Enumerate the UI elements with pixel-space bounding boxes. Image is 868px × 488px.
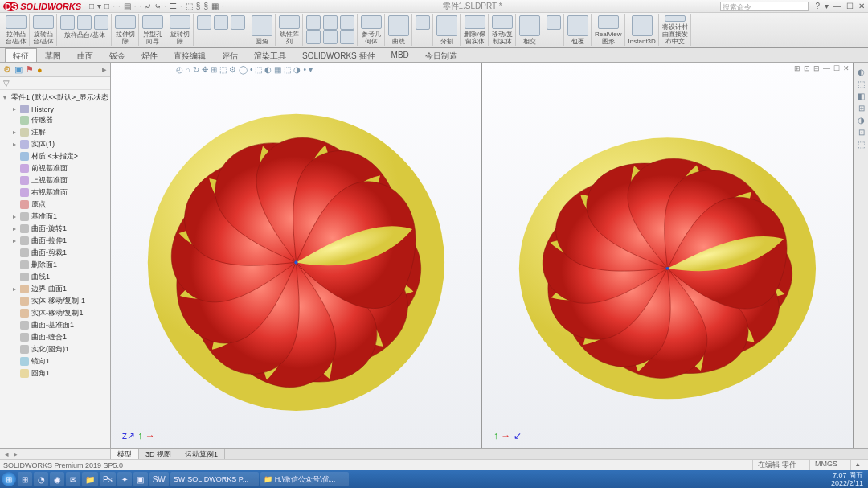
taskbar-pinned-0[interactable]: ⊞ bbox=[18, 472, 32, 486]
bottom-tab-模型[interactable]: 模型 bbox=[111, 449, 139, 459]
tree-twisty-icon[interactable]: ▸ bbox=[11, 129, 18, 136]
tree-item-20[interactable]: 实化(圆角)1 bbox=[0, 343, 110, 355]
side-tool-3-icon[interactable]: ⊞ bbox=[858, 104, 865, 113]
ribbon-small-button-2-0[interactable] bbox=[60, 15, 75, 30]
tree-item-14[interactable]: 曲线1 bbox=[0, 271, 110, 283]
taskbar-pinned-3[interactable]: ✉ bbox=[66, 472, 80, 486]
tree-item-4[interactable]: 材质 <未指定> bbox=[0, 150, 110, 162]
tree-item-2[interactable]: ▸注解 bbox=[0, 126, 110, 138]
ribbon-small-button-6-1[interactable] bbox=[214, 15, 228, 30]
ribbon-button-10[interactable] bbox=[361, 15, 382, 29]
taskbar-pinned-7[interactable]: ▣ bbox=[133, 472, 148, 486]
view-tool-3-icon[interactable]: ✥ bbox=[202, 65, 208, 74]
ribbon-button-3[interactable] bbox=[115, 15, 136, 29]
ribbon-button-21[interactable] bbox=[665, 15, 686, 22]
prev-tab-icon[interactable]: ◂ bbox=[5, 450, 9, 458]
tab-今日制造[interactable]: 今日制造 bbox=[417, 48, 465, 62]
tab-特征[interactable]: 特征 bbox=[5, 48, 37, 62]
vp-window-btn-0[interactable]: ⊞ bbox=[794, 64, 800, 72]
qat-button-4[interactable]: · bbox=[118, 2, 121, 10]
qat-button-0[interactable]: □ bbox=[89, 2, 94, 10]
tree-item-12[interactable]: 曲面-剪裁1 bbox=[0, 247, 110, 259]
tab-SOLIDWORKS 插件[interactable]: SOLIDWORKS 插件 bbox=[294, 48, 383, 62]
tab-直接编辑[interactable]: 直接编辑 bbox=[166, 48, 214, 62]
ribbon-button-7[interactable] bbox=[252, 15, 272, 36]
view-tool-10-icon[interactable]: ◐ bbox=[264, 65, 272, 74]
taskbar-pinned-1[interactable]: ◔ bbox=[34, 472, 48, 486]
tree-item-8[interactable]: 原点 bbox=[0, 199, 110, 211]
view-tool-14-icon[interactable]: • bbox=[303, 65, 306, 74]
tab-曲面[interactable]: 曲面 bbox=[69, 48, 101, 62]
side-tool-2-icon[interactable]: ◧ bbox=[858, 92, 865, 100]
status-units[interactable]: MMGS bbox=[809, 460, 842, 470]
ribbon-small-button-b-9-1[interactable] bbox=[323, 30, 338, 44]
tree-tab-config-icon[interactable]: ▣ bbox=[14, 64, 23, 75]
ribbon-button-1[interactable] bbox=[33, 15, 54, 29]
qat-button-9[interactable]: ⤿ bbox=[154, 2, 161, 10]
taskbar-pinned-6[interactable]: ✦ bbox=[117, 472, 132, 486]
ribbon-small-button-b-9-0[interactable] bbox=[306, 30, 321, 44]
bottom-tab-运动算例1[interactable]: 运动算例1 bbox=[178, 449, 225, 459]
tree-item-22[interactable]: 圆角1 bbox=[0, 367, 110, 379]
tab-草图[interactable]: 草图 bbox=[37, 48, 69, 62]
qat-button-5[interactable]: ▤ bbox=[124, 2, 131, 10]
side-tool-4-icon[interactable]: ◑ bbox=[858, 116, 865, 125]
ribbon-button-16[interactable] bbox=[519, 15, 540, 36]
view-tool-8-icon[interactable]: • bbox=[250, 65, 253, 74]
ribbon-button-0[interactable] bbox=[6, 15, 27, 29]
help-icon[interactable]: ? bbox=[815, 2, 820, 10]
tree-item-9[interactable]: ▸基准面1 bbox=[0, 211, 110, 223]
funnel-icon[interactable]: ▽ bbox=[3, 79, 10, 88]
tree-item-21[interactable]: 镜向1 bbox=[0, 355, 110, 367]
tree-item-19[interactable]: 曲面-缝合1 bbox=[0, 331, 110, 343]
view-tool-6-icon[interactable]: ⚙ bbox=[229, 65, 236, 74]
view-tool-5-icon[interactable]: ⬚ bbox=[219, 65, 227, 74]
taskbar-pinned-2[interactable]: ◉ bbox=[50, 472, 64, 486]
tree-collapse-icon[interactable]: ▸ bbox=[102, 64, 107, 75]
ribbon-small-button-6-2[interactable] bbox=[231, 15, 245, 30]
tree-twisty-icon[interactable]: ▸ bbox=[11, 141, 18, 148]
view-tool-7-icon[interactable]: ◯ bbox=[239, 65, 248, 74]
dropdown-icon[interactable]: ▾ bbox=[825, 2, 829, 10]
feature-tree[interactable]: ▾ 零件1 (默认<<默认>_显示状态 1>) ▸History传感器▸注解▸实… bbox=[0, 90, 110, 448]
system-tray[interactable]: 7:07 周五 2022/2/11 bbox=[828, 471, 866, 487]
ribbon-small-button-12-0[interactable] bbox=[416, 15, 430, 30]
qat-button-12[interactable]: · bbox=[180, 2, 182, 10]
qat-button-15[interactable]: § bbox=[203, 2, 208, 10]
view-tool-11-icon[interactable]: ▦ bbox=[274, 65, 281, 74]
ribbon-small-button-2-1[interactable] bbox=[77, 15, 92, 30]
qat-button-7[interactable]: · bbox=[140, 2, 142, 10]
qat-button-6[interactable]: · bbox=[134, 2, 137, 10]
tree-item-16[interactable]: 实体-移动/复制 1 bbox=[0, 295, 110, 307]
tree-root[interactable]: ▾ 零件1 (默认<<默认>_显示状态 1>) bbox=[0, 92, 110, 104]
start-button[interactable]: ⊞ bbox=[2, 472, 16, 486]
ribbon-button-19[interactable] bbox=[598, 15, 619, 29]
bottom-tab-3D 视图[interactable]: 3D 视图 bbox=[139, 449, 178, 459]
ribbon-small-button-2-2[interactable] bbox=[94, 15, 108, 30]
ribbon-small-button-6-0[interactable] bbox=[197, 15, 211, 30]
ribbon-button-4[interactable] bbox=[142, 15, 163, 29]
qat-button-10[interactable]: · bbox=[164, 2, 166, 10]
ribbon-button-13[interactable] bbox=[436, 15, 457, 36]
ribbon-button-5[interactable] bbox=[170, 15, 190, 29]
qat-button-1[interactable]: ▾ bbox=[97, 2, 101, 10]
tab-渲染工具[interactable]: 渲染工具 bbox=[246, 48, 294, 62]
tree-item-11[interactable]: ▸曲面-拉伸1 bbox=[0, 235, 110, 247]
qat-button-8[interactable]: ⤾ bbox=[145, 2, 151, 10]
vp-window-btn-1[interactable]: ⊡ bbox=[804, 64, 810, 72]
viewport-left[interactable]: ◴⌂↻✥⊞⬚⚙◯•⬚◐▦⬚◑•▾ z↗ ↑ → bbox=[111, 63, 482, 448]
tree-tab-appearance-icon[interactable]: ● bbox=[37, 65, 43, 75]
taskbar-pinned-8[interactable]: SW bbox=[149, 472, 169, 486]
vp-window-btn-2[interactable]: ⊟ bbox=[813, 64, 820, 72]
tree-twisty-icon[interactable]: ▸ bbox=[11, 213, 18, 220]
tab-焊件[interactable]: 焊件 bbox=[133, 48, 166, 62]
tree-twisty-icon[interactable]: ▸ bbox=[11, 285, 18, 293]
qat-button-14[interactable]: § bbox=[196, 2, 201, 10]
tree-item-17[interactable]: 实体-移动/复制1 bbox=[0, 307, 110, 319]
taskbar-task-1[interactable]: 📁H:\微信公众号\优... bbox=[260, 472, 349, 486]
model-canvas-right[interactable] bbox=[482, 77, 853, 448]
tree-twisty-icon[interactable]: ▸ bbox=[11, 105, 18, 113]
tree-tab-feature-icon[interactable]: ⚙ bbox=[3, 64, 11, 75]
tree-item-1[interactable]: 传感器 bbox=[0, 114, 110, 126]
view-tool-15-icon[interactable]: ▾ bbox=[309, 65, 313, 74]
